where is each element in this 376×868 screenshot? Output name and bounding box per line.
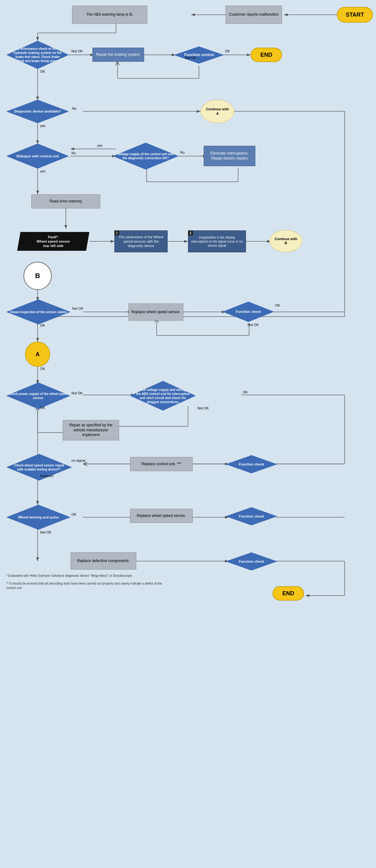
dialogue-label: Dialogue with control unit <box>16 154 59 158</box>
voltage-label: Voltage supply of the control unit and t… <box>118 152 174 160</box>
function-check-1-label: Function check <box>236 309 261 314</box>
dialogue-diamond: Dialogue with control unit <box>6 144 69 169</box>
ok-label-7: OK <box>71 513 76 516</box>
ok-label-5: OK <box>243 390 248 394</box>
check-power-label: Check power supply of the wheel speed se… <box>6 392 70 400</box>
check-sensor-label: Check wheel speed sensor signal with sui… <box>11 463 67 471</box>
badge-1-overlay: 1 <box>114 230 119 236</box>
replace-wheel-sensor-2-label: Replace wheel speed sensor. <box>137 514 186 519</box>
read-error-label: Read error memory <box>50 199 82 204</box>
ok-label-4: OK <box>40 367 45 371</box>
footnote-2: ** It should be ensured that all precedi… <box>6 582 163 590</box>
read-error-box: Read error memory <box>31 194 100 209</box>
eliminate-box: Eliminate interruptions. Repair electric… <box>203 146 255 166</box>
yes-label-2: yes <box>97 144 102 147</box>
not-ok-label-4: Not OK <box>248 323 259 327</box>
a-label: A <box>36 351 40 358</box>
irregularities-label: Irregularities in the display interrupti… <box>190 236 244 248</box>
abs-warning-box: The ABS warning lamp is lit. <box>72 6 147 24</box>
function-check-3-diamond: Function check <box>226 507 277 525</box>
function-control-diamond: Function control <box>174 46 224 64</box>
not-ok-label-5: Not OK <box>71 391 83 395</box>
diagnostic-diamond: Diagnostic device available? <box>6 100 69 123</box>
incorrect-label: incorrect <box>40 474 53 478</box>
check-voltage-diamond: Check voltage supply and wiring of the A… <box>130 381 196 411</box>
no-label-2: No <box>71 151 76 155</box>
not-ok-label-3: Not OK <box>72 307 83 310</box>
continue-a-top-label: Continue with A <box>206 107 229 115</box>
replace-wheel-sensor-1-label: Replace wheel speed sensor. <box>131 310 181 315</box>
repair-manufacturer-box: Repair as specified by the vehicle manuf… <box>63 420 119 440</box>
perf-check-label: Performance check of the hydraulic braki… <box>12 47 63 63</box>
repair-braking-box: Repair the braking system. <box>92 48 144 62</box>
ok-label-1: OK <box>225 49 230 53</box>
not-ok-label-7: Not OK <box>40 530 52 534</box>
continue-b-label: Continue with B <box>275 237 297 245</box>
no-label-3: No <box>180 151 185 154</box>
replace-wheel-sensor-2-box: Replace wheel speed sensor. <box>130 509 193 523</box>
replace-control-unit-box: Replace control unit. *** <box>130 457 193 471</box>
b-label: B <box>35 272 40 280</box>
visual-inspection-diamond: Visual inspection of the sensor cables <box>6 299 70 324</box>
irregularities-box: Irregularities in the display interrupti… <box>188 230 246 252</box>
no-label-1: No <box>72 106 76 110</box>
yes-label-1: yes <box>40 124 45 128</box>
visual-inspection-label: Visual inspection of the sensor cables <box>10 310 67 314</box>
badge-2-overlay: 2 <box>188 230 193 236</box>
ok-label-2: OK <box>275 304 280 307</box>
check-power-diamond: Check power supply of the wheel speed se… <box>6 382 70 409</box>
yes-label-3: yes <box>40 169 45 173</box>
diagnostic-label: Diagnostic device available? <box>14 109 61 114</box>
end-button-1: END <box>251 48 282 62</box>
continue-a-top-oval: Continue with A <box>200 100 234 123</box>
ok-label-down-1: OK <box>40 70 45 73</box>
replace-wheel-sensor-1-box: Replace wheel speed sensor. <box>128 304 183 321</box>
end-label-1: END <box>260 52 272 58</box>
customer-reports-label: Customer reports malfunction <box>229 12 278 17</box>
replace-defective-box: Replace defective components. <box>70 552 136 569</box>
function-check-2-diamond: Function check <box>226 455 277 473</box>
function-check-1-diamond: Function check <box>222 302 274 322</box>
no-signal-label: no signal <box>71 459 85 462</box>
flowchart-diagram: START Customer reports malfunction The A… <box>0 0 376 868</box>
start-label: START <box>346 11 364 18</box>
fault-label-text: Fault*: Wheel speed sensor rear left sid… <box>37 235 70 248</box>
ok-label-6: OK <box>40 406 45 410</box>
customer-reports-box: Customer reports malfunction <box>226 6 282 24</box>
function-check-3-label: Function check <box>239 514 264 519</box>
function-check-4-label: Function check <box>239 559 264 564</box>
wheel-bearing-label: Wheel bearing and pulse <box>18 515 59 520</box>
param-check-label: The parameters of the Wheel speed-sensor… <box>116 235 166 248</box>
eliminate-label: Eliminate interruptions. Repair electric… <box>206 151 253 161</box>
a-circle: A <box>25 342 50 367</box>
repair-manufacturer-label: Repair as specified by the vehicle manuf… <box>65 423 117 438</box>
fault-label-box: Fault*: Wheel speed sensor rear left sid… <box>17 232 90 251</box>
ok-label-3: OK <box>40 323 45 327</box>
replace-defective-label: Replace defective components. <box>77 559 129 564</box>
footnote-1: * Evaluated with Hella Gutmann Solutions… <box>6 574 147 578</box>
b-circle: B <box>24 262 52 290</box>
check-sensor-diamond: Check wheel speed sensor signal with sui… <box>6 454 72 480</box>
voltage-diamond: Voltage supply of the control unit and t… <box>113 143 179 169</box>
start-button: START <box>337 7 373 23</box>
abs-warning-label: The ABS warning lamp is lit. <box>86 12 133 17</box>
function-check-2-label: Function check <box>239 462 264 466</box>
repair-braking-label: Repair the braking system. <box>96 52 141 57</box>
function-check-4-diamond: Function check <box>226 552 277 570</box>
not-ok-label-2: Not OK <box>185 56 196 60</box>
not-ok-label-1: Not OK <box>71 49 83 53</box>
arrows-svg <box>0 0 376 868</box>
param-check-box: The parameters of the Wheel speed-sensor… <box>114 230 168 252</box>
continue-b-oval: Continue with B <box>270 230 302 252</box>
wheel-bearing-diamond: Wheel bearing and pulse <box>6 505 70 530</box>
check-voltage-label: Check voltage supply and wiring of the A… <box>135 388 191 404</box>
replace-control-unit-label: Replace control unit. *** <box>142 462 181 467</box>
end-label-2: END <box>282 590 294 597</box>
perf-check-diamond: Performance check of the hydraulic braki… <box>6 41 69 69</box>
not-ok-label-6: Not OK <box>197 406 209 410</box>
end-button-2: END <box>273 586 304 600</box>
